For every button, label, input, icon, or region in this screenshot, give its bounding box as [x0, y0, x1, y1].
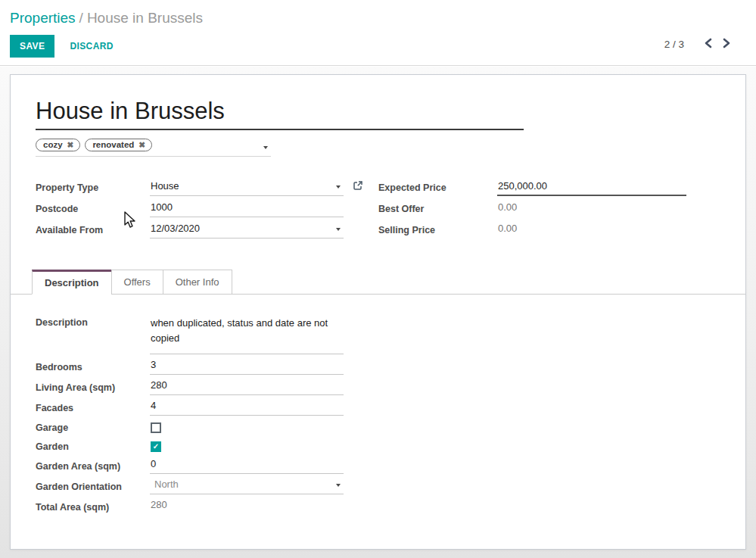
pager-previous-button[interactable]: [699, 38, 717, 51]
field-label: Living Area (sqm): [36, 382, 150, 393]
form-view-background: House in Brussels cozy ✖ renovated ✖ Pro…: [0, 67, 756, 558]
field-row-best-offer: Best Offer 0.00: [378, 198, 686, 220]
field-row-selling-price: Selling Price 0.00: [378, 220, 686, 241]
tag-cozy[interactable]: cozy ✖: [36, 139, 80, 151]
notebook: Description Offers Other Info Descriptio…: [11, 270, 745, 547]
field-row-garage: Garage ✓: [36, 418, 745, 437]
breadcrumb-current: House in Brussels: [87, 10, 203, 26]
field-row-property-type: Property Type House: [36, 177, 344, 198]
expected-price-input[interactable]: 250,000.00: [497, 180, 686, 196]
field-label: Garden Orientation: [36, 482, 150, 492]
total-area-value: 280: [150, 499, 344, 515]
field-row-living-area: Living Area (sqm) 280: [36, 377, 745, 397]
field-label: Garden: [36, 441, 150, 452]
field-label: Garage: [36, 422, 150, 433]
form-sheet: House in Brussels cozy ✖ renovated ✖ Pro…: [10, 74, 746, 550]
tab-offers[interactable]: Offers: [111, 270, 163, 295]
field-label: Property Type: [36, 182, 150, 193]
tab-bar: Description Offers Other Info: [11, 270, 745, 295]
property-name-input[interactable]: House in Brussels: [36, 97, 524, 125]
field-row-facades: Facades 4: [36, 397, 745, 418]
dropdown-caret-icon[interactable]: [336, 185, 341, 189]
field-label: Garden Area (sqm): [36, 461, 150, 472]
field-label: Total Area (sqm): [36, 502, 150, 513]
field-label: Bedrooms: [36, 362, 150, 373]
bedrooms-input[interactable]: 3: [150, 359, 344, 375]
date-dropdown-caret-icon[interactable]: [336, 228, 341, 231]
field-label: Expected Price: [378, 182, 497, 193]
field-label: Available From: [36, 225, 150, 235]
postcode-input[interactable]: 1000: [150, 201, 344, 217]
field-group-left: Property Type House Postcode 1000: [36, 177, 344, 241]
field-row-bedrooms: Bedrooms 3: [36, 357, 745, 377]
tag-label: cozy: [43, 140, 63, 149]
tag-renovated[interactable]: renovated ✖: [85, 139, 152, 151]
description-textarea[interactable]: when duplicated, status and date are not…: [150, 316, 344, 354]
field-label: Postcode: [36, 204, 150, 214]
field-row-garden-orientation: Garden Orientation North: [36, 476, 745, 497]
available-from-input[interactable]: 12/03/2020: [150, 223, 344, 238]
field-label: Facades: [36, 403, 150, 413]
pager-next-button[interactable]: [717, 38, 736, 51]
control-panel: Properties/House in Brussels SAVE DISCAR…: [0, 0, 756, 66]
garage-checkbox[interactable]: ✓: [151, 422, 161, 433]
field-label: Description: [36, 316, 150, 328]
tab-other-info[interactable]: Other Info: [163, 270, 232, 295]
title-field-wrap: House in Brussels: [36, 97, 524, 130]
tag-label: renovated: [92, 140, 134, 149]
garden-orientation-select[interactable]: North: [150, 479, 344, 494]
field-row-expected-price: Expected Price 250,000.00: [378, 177, 686, 198]
field-row-available-from: Available From 12/03/2020: [36, 220, 344, 241]
facades-input[interactable]: 4: [150, 400, 344, 416]
chevron-left-icon: [704, 38, 713, 48]
garden-checkbox[interactable]: ✓: [151, 441, 161, 452]
living-area-input[interactable]: 280: [150, 379, 344, 395]
tags-field[interactable]: cozy ✖ renovated ✖: [36, 137, 271, 157]
checkmark-icon: ✓: [153, 443, 159, 450]
field-row-garden-area: Garden Area (sqm) 0: [36, 456, 745, 476]
external-link-icon[interactable]: [353, 180, 363, 193]
field-value: 12/03/2020: [151, 223, 200, 234]
remove-tag-icon[interactable]: ✖: [67, 141, 74, 149]
field-label: Selling Price: [378, 225, 497, 235]
select-caret-icon[interactable]: [336, 484, 341, 487]
breadcrumb: Properties/House in Brussels: [0, 0, 756, 26]
property-type-input[interactable]: House: [150, 180, 344, 196]
field-row-total-area: Total Area (sqm) 280: [36, 497, 745, 517]
breadcrumb-separator: /: [76, 10, 87, 26]
tab-content-description: Description when duplicated, status and …: [11, 295, 745, 547]
pager-counter: 2 / 3: [664, 39, 684, 50]
tab-description[interactable]: Description: [32, 270, 112, 295]
chevron-right-icon: [722, 38, 731, 48]
breadcrumb-properties-link[interactable]: Properties: [10, 10, 76, 26]
save-button[interactable]: SAVE: [10, 35, 54, 58]
field-value: House: [151, 180, 179, 192]
field-group-right: Expected Price 250,000.00 Best Offer 0.0…: [378, 177, 686, 241]
selling-price-value: 0.00: [497, 223, 686, 238]
garden-area-input[interactable]: 0: [150, 458, 344, 474]
field-row-postcode: Postcode 1000: [36, 198, 344, 220]
field-row-garden: Garden ✓: [36, 437, 745, 456]
record-pager: 2 / 3: [664, 38, 736, 51]
remove-tag-icon[interactable]: ✖: [138, 141, 145, 149]
tags-dropdown-caret-icon[interactable]: [263, 146, 268, 149]
discard-button[interactable]: DISCARD: [70, 41, 113, 51]
selected-option: North: [154, 479, 179, 490]
form-action-buttons: SAVE DISCARD: [10, 35, 114, 58]
field-label: Best Offer: [378, 204, 497, 214]
field-row-description: Description when duplicated, status and …: [36, 316, 745, 354]
best-offer-value: 0.00: [497, 201, 686, 217]
